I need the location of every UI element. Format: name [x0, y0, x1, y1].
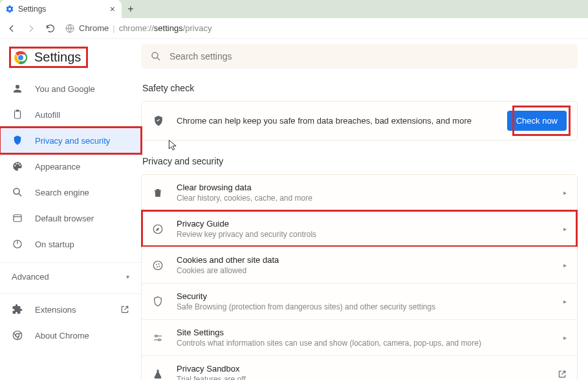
shield-icon [12, 135, 23, 146]
privacy-security-card: Clear browsing dataClear history, cookie… [141, 174, 578, 380]
trash-icon [152, 186, 165, 199]
safety-check-heading: Safety check [141, 83, 578, 93]
sidebar-item-label: Appearance [35, 162, 129, 172]
chevron-down-icon: ▾ [126, 273, 129, 280]
omnibox-chrome: Chrome [79, 23, 109, 33]
check-now-button[interactable]: Check now [507, 111, 567, 131]
safety-check-card: Chrome can help keep you safe from data … [141, 101, 578, 140]
row-cookies[interactable]: Cookies and other site dataCookies are a… [142, 247, 577, 283]
back-button[interactable] [6, 23, 17, 34]
globe-icon [65, 23, 75, 34]
row-subtitle: Cookies are allowed [177, 266, 552, 275]
chevron-right-icon: ▸ [563, 189, 567, 196]
puzzle-icon [12, 304, 23, 315]
sidebar-item-you-and-google[interactable]: You and Google [0, 76, 141, 102]
chevron-right-icon: ▸ [563, 262, 567, 269]
search-icon [150, 50, 162, 62]
sidebar-item-autofill[interactable]: Autofill [0, 102, 141, 128]
close-icon[interactable]: × [109, 4, 116, 14]
search-input[interactable] [169, 51, 569, 61]
svg-point-15 [158, 263, 160, 264]
sidebar: Settings You and Google Autofill Privacy… [0, 39, 141, 380]
privacy-security-heading: Privacy and security [141, 156, 578, 166]
search-settings[interactable] [141, 44, 578, 69]
svg-rect-7 [14, 215, 21, 222]
browser-icon [12, 212, 23, 224]
shield-check-icon [152, 115, 165, 128]
row-title: Security [177, 291, 552, 301]
sidebar-item-label: You and Google [35, 84, 129, 94]
row-subtitle: Clear history, cookies, cache, and more [177, 194, 552, 203]
row-title: Site Settings [177, 328, 552, 337]
refresh-button[interactable] [45, 23, 56, 34]
sidebar-advanced[interactable]: Advanced ▾ [0, 262, 141, 291]
sidebar-item-on-startup[interactable]: On startup [0, 231, 141, 257]
sidebar-item-search-engine[interactable]: Search engine [0, 179, 141, 205]
row-title: Privacy Guide [177, 219, 552, 229]
row-title: Privacy Sandbox [177, 364, 546, 374]
omnibox-url: chrome://settings/privacy [119, 23, 212, 33]
svg-point-16 [157, 266, 158, 267]
svg-point-3 [18, 55, 23, 60]
safety-check-text: Chrome can help keep you safe from data … [177, 116, 495, 126]
chevron-right-icon: ▸ [563, 334, 567, 341]
chevron-right-icon: ▸ [563, 225, 567, 232]
forward-button[interactable] [26, 23, 36, 34]
sidebar-item-label: Privacy and security [35, 136, 129, 146]
row-title: Clear browsing data [177, 183, 552, 192]
main-panel: Safety check Chrome can help keep you sa… [141, 39, 588, 380]
svg-point-19 [158, 339, 160, 341]
row-clear-browsing-data[interactable]: Clear browsing dataClear history, cookie… [142, 175, 577, 210]
power-icon [12, 238, 23, 250]
gear-icon [5, 5, 14, 14]
chrome-logo-icon [14, 50, 28, 65]
chrome-outline-icon [12, 330, 23, 341]
shield-outline-icon [152, 295, 165, 308]
svg-point-14 [156, 263, 157, 265]
row-title: Cookies and other site data [177, 255, 552, 265]
row-subtitle: Safe Browsing (protection from dangerous… [177, 302, 552, 311]
person-icon [12, 83, 23, 95]
sidebar-item-label: About Chrome [35, 331, 129, 341]
browser-tabbar: Settings × + [0, 0, 588, 18]
row-subtitle: Controls what information sites can use … [177, 339, 552, 348]
row-security[interactable]: SecuritySafe Browsing (protection from d… [142, 283, 577, 319]
palette-icon [12, 161, 23, 172]
sidebar-item-extensions[interactable]: Extensions [0, 296, 141, 322]
chevron-right-icon: ▸ [563, 298, 567, 305]
row-site-settings[interactable]: Site SettingsControls what information s… [142, 319, 577, 355]
external-link-icon [558, 370, 567, 379]
tab-title: Settings [18, 5, 105, 14]
flask-icon [152, 368, 165, 381]
svg-point-18 [155, 335, 157, 337]
row-subtitle: Trial features are off [177, 375, 546, 380]
external-link-icon [120, 305, 129, 314]
sidebar-item-label: On startup [35, 240, 129, 249]
svg-rect-5 [16, 110, 19, 112]
row-subtitle: Review key privacy and security controls [177, 230, 552, 239]
sidebar-item-about-chrome[interactable]: About Chrome [0, 322, 141, 348]
row-privacy-guide[interactable]: Privacy GuideReview key privacy and secu… [142, 210, 577, 247]
sidebar-item-privacy-security[interactable]: Privacy and security [0, 128, 141, 153]
browser-toolbar: Chrome | chrome://settings/privacy [0, 18, 588, 39]
clipboard-icon [12, 109, 23, 120]
sidebar-item-label: Extensions [35, 305, 109, 315]
sliders-icon [152, 331, 165, 344]
settings-header: Settings [9, 47, 88, 68]
svg-point-13 [153, 261, 162, 270]
svg-point-17 [158, 265, 160, 267]
cookie-icon [152, 259, 165, 272]
svg-point-11 [152, 52, 158, 58]
sidebar-advanced-label: Advanced [12, 272, 49, 282]
browser-tab[interactable]: Settings × [0, 0, 122, 18]
sidebar-item-default-browser[interactable]: Default browser [0, 205, 141, 231]
sidebar-item-label: Autofill [35, 110, 129, 120]
new-tab-button[interactable]: + [122, 0, 140, 18]
sidebar-item-label: Default browser [35, 214, 129, 223]
sidebar-item-label: Search engine [35, 188, 129, 197]
omnibox[interactable]: Chrome | chrome://settings/privacy [65, 23, 212, 34]
sidebar-item-appearance[interactable]: Appearance [0, 153, 141, 179]
svg-rect-4 [15, 111, 21, 118]
row-privacy-sandbox[interactable]: Privacy SandboxTrial features are off [142, 355, 577, 380]
compass-icon [152, 223, 165, 236]
